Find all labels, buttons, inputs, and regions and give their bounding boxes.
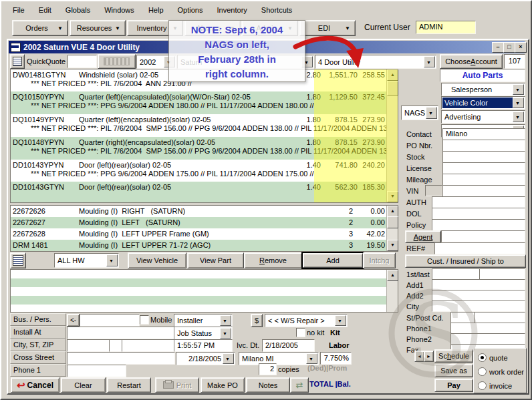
nav-left-button[interactable]: ◄ — [414, 351, 424, 362]
scroll-down-icon[interactable]: ▼ — [387, 240, 398, 251]
scroll-up-icon[interactable]: ▲ — [387, 270, 398, 281]
minimize-button[interactable]: – — [492, 42, 504, 53]
scroll-up-icon[interactable]: ▲ — [387, 206, 398, 217]
chevron-down-icon[interactable] — [424, 56, 435, 67]
schedule-date-select[interactable]: 2/18/2005 — [176, 352, 235, 365]
scrollbar-thumb[interactable] — [387, 216, 398, 228]
invoice-date-input[interactable]: 2/18/2005 — [262, 339, 315, 352]
city-input[interactable] — [67, 339, 110, 352]
chevron-down-icon[interactable] — [106, 254, 118, 266]
quote-list-button[interactable] — [10, 54, 25, 69]
menu-edit[interactable]: Edit — [33, 5, 57, 15]
agent-button[interactable]: Agent — [405, 230, 441, 243]
restart-button[interactable]: Restart — [107, 377, 151, 393]
chevron-down-icon[interactable] — [513, 97, 524, 108]
stock-input[interactable] — [442, 151, 525, 163]
choose-account-button[interactable]: Choose Account — [440, 54, 503, 69]
notes-button[interactable]: Notes — [246, 377, 290, 393]
clear-button[interactable]: Clear — [61, 377, 106, 393]
maximize-button[interactable]: □ — [503, 42, 515, 53]
location-select[interactable]: Milano MI — [239, 352, 319, 365]
install-at-input[interactable] — [67, 327, 175, 339]
cross-street-input[interactable] — [67, 352, 175, 365]
menu-globals[interactable]: Globals — [59, 5, 96, 15]
parts-grid-scrollbar[interactable]: ▲ ▼ — [386, 69, 398, 202]
cust-phone1-input[interactable] — [450, 323, 525, 334]
phone1-input[interactable] — [67, 365, 126, 377]
total-balance-label[interactable]: TOTAL |Bal. — [309, 380, 351, 388]
job-status-select[interactable]: Job Status — [174, 327, 233, 340]
menu-options[interactable]: Options — [172, 5, 209, 15]
print-button[interactable]: Print — [155, 377, 199, 393]
model-select[interactable]: 4 Door Utility — [315, 55, 436, 69]
no-kit-checkbox[interactable] — [296, 328, 305, 337]
schedule-button[interactable]: Schedule — [434, 349, 473, 363]
contact-input[interactable]: Milano — [442, 128, 525, 140]
menu-inventory[interactable]: Inventory — [211, 5, 253, 15]
mobile-checkbox[interactable] — [140, 315, 149, 325]
remove-button[interactable]: Remove — [244, 252, 302, 268]
dollar-button[interactable]: $ — [251, 314, 263, 327]
chevron-down-icon[interactable] — [306, 353, 317, 364]
parts-grid-row[interactable]: DQ10150YPYN Quarter (left)(encapsulated)… — [11, 91, 387, 114]
chevron-down-icon[interactable] — [220, 328, 231, 339]
parts-grid-row[interactable]: DQ10148YPYN Quarter (right)(encapsulated… — [11, 137, 387, 160]
close-button[interactable]: × — [515, 42, 527, 53]
mileage-input[interactable] — [442, 174, 525, 186]
copies-input[interactable]: 2 — [259, 363, 277, 375]
advertising-select[interactable]: Advertising — [441, 110, 525, 124]
chevron-down-icon[interactable] — [513, 112, 524, 122]
chevron-down-icon[interactable] — [513, 84, 524, 95]
state-input[interactable] — [109, 339, 122, 352]
chevron-down-icon[interactable] — [220, 315, 231, 326]
kit-label[interactable]: Kit — [330, 329, 340, 337]
moulding-scrollbar[interactable]: ▲ ▼ — [386, 206, 398, 251]
ws-repair-select[interactable]: < < W/S Repair > — [265, 314, 348, 327]
nags-select[interactable]: NAGS — [401, 106, 438, 120]
chevron-down-icon[interactable] — [223, 353, 234, 364]
tax-rate-field[interactable]: 7.750% — [320, 352, 352, 365]
agent-input[interactable] — [441, 230, 525, 242]
moulding-row[interactable]: 22672628 Moulding (I) LEFT UPPER Frame (… — [11, 228, 387, 240]
add-button[interactable]: Add — [303, 253, 363, 268]
policy-input[interactable] — [432, 219, 525, 231]
selected-parts-list[interactable]: ▲ — [10, 269, 398, 313]
menu-shortcuts[interactable]: Shortcuts — [255, 5, 298, 15]
zip-input[interactable] — [122, 339, 175, 352]
selected-list-scrollbar[interactable]: ▲ — [386, 270, 398, 312]
cancel-button[interactable]: ↩ Cancel — [11, 377, 59, 393]
transfer-button[interactable]: ⇄ — [290, 377, 309, 393]
menu-file[interactable]: File — [7, 5, 31, 15]
parts-grid-row[interactable]: DD10143YPYN Door (left)(rear)(solar) 02-… — [11, 160, 387, 182]
ref-input[interactable] — [434, 242, 525, 254]
account-number-field[interactable]: 107 — [504, 54, 525, 69]
cust-city-input[interactable] — [432, 301, 525, 312]
bus-pers-input[interactable] — [80, 314, 140, 327]
nav-right-button[interactable]: ► — [424, 351, 434, 362]
work-order-radio[interactable] — [478, 367, 487, 376]
auth-input[interactable] — [432, 196, 525, 208]
auto-parts-banner[interactable]: Auto Parts — [440, 69, 525, 82]
first-name-input[interactable] — [432, 268, 480, 280]
orders-button[interactable]: Orders — [12, 20, 68, 36]
po-nbr-input[interactable] — [442, 140, 525, 152]
chevron-down-icon[interactable] — [426, 107, 437, 119]
add1-input[interactable] — [432, 279, 525, 290]
parts-grid-row[interactable]: DD10143GTYN Door (left)(rear)(solar) 02-… — [11, 182, 387, 202]
cust-phone2-input[interactable] — [450, 333, 525, 345]
vehicle-color-select[interactable]: Vehicle Color — [441, 96, 525, 110]
moulding-row[interactable]: 22672626 Moulding (I) RIGHT (SATURN) 2 0… — [11, 206, 387, 217]
installer-select[interactable]: Installer — [174, 314, 233, 327]
quote-radio[interactable] — [478, 353, 487, 362]
post-code-input[interactable] — [474, 312, 525, 323]
dol-input[interactable] — [432, 208, 525, 220]
scroll-down-icon[interactable]: ▼ — [387, 191, 398, 202]
vin-input[interactable] — [442, 185, 525, 197]
view-part-button[interactable]: View Part — [187, 252, 244, 268]
intchg-button[interactable]: Intchg — [363, 252, 396, 268]
scroll-up-icon[interactable]: ▲ — [387, 69, 398, 81]
last-name-input[interactable] — [479, 268, 525, 280]
moulding-row[interactable]: 22672627 Moulding (I) LEFT (SATURN) 2 0.… — [11, 217, 387, 228]
view-vehicle-button[interactable]: View Vehicle — [128, 252, 186, 268]
moulding-row[interactable]: DRM 1481 Moulding (I) LEFT UPPER 71-72 (… — [11, 240, 387, 251]
